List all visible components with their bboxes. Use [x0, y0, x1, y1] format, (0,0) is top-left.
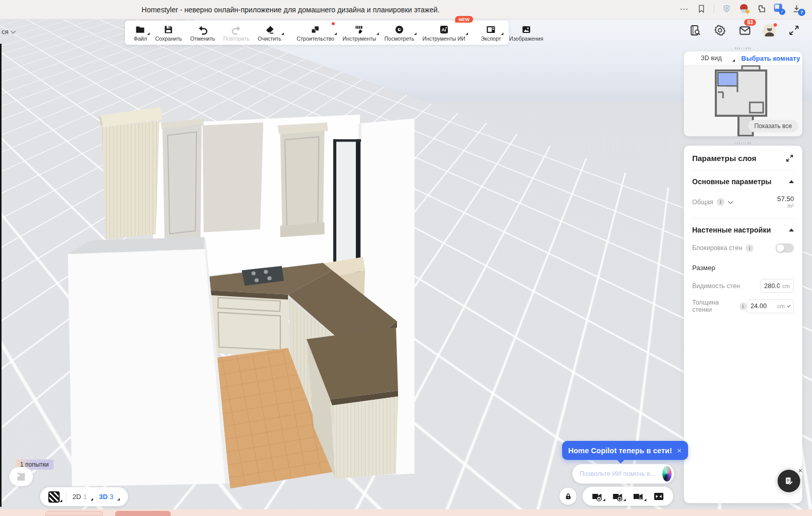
background-window-chip — [115, 511, 171, 516]
divider — [66, 491, 66, 503]
view-button[interactable]: Посмотреть — [381, 21, 418, 44]
tools-button[interactable]: Инструменты — [339, 21, 380, 44]
app-header-icons: 83 — [689, 24, 801, 37]
copilot-input[interactable] — [580, 470, 662, 477]
lock-view-button[interactable] — [560, 488, 576, 505]
size-subheading: Размер — [692, 264, 794, 272]
info-icon[interactable]: i — [746, 244, 753, 252]
wall-visibility-input[interactable] — [764, 282, 780, 290]
panel-title: Параметры слоя — [692, 154, 756, 163]
panel-drag-handle[interactable] — [735, 142, 751, 144]
messages-button[interactable]: 83 — [738, 24, 751, 37]
tools-icon — [354, 24, 365, 35]
folder-icon — [135, 24, 146, 35]
download-count-badge: 7 — [798, 9, 805, 16]
close-icon[interactable]: × — [798, 467, 802, 474]
copilot-logo-icon[interactable] — [662, 466, 672, 482]
new-badge: NEW — [455, 16, 473, 23]
file-button[interactable]: Файл — [130, 21, 151, 44]
svg-text:Ai: Ai — [441, 27, 446, 32]
collapse-icon — [789, 228, 794, 232]
floorplan-add-icon — [15, 471, 27, 483]
fullscreen-button[interactable] — [787, 24, 801, 37]
expand-panel-icon[interactable] — [785, 154, 794, 163]
wall-thickness-input[interactable] — [751, 303, 775, 310]
survey-edit-icon — [784, 476, 794, 486]
notification-dot — [332, 22, 335, 25]
clip-extension-icon[interactable] — [756, 4, 767, 14]
divider — [714, 4, 714, 14]
info-icon[interactable]: i — [739, 303, 747, 310]
view-mode-bar: 2D 1 3D 3 — [40, 487, 128, 506]
camera-path-button[interactable] — [632, 490, 644, 503]
main-toolbar: Файл Сохранить Отменить Повторить Очисти… — [125, 21, 509, 45]
browser-bar: Homestyler - неверно онлайн-приложение д… — [0, 0, 812, 20]
view-icon — [394, 24, 405, 35]
main-params-section-header[interactable]: Основные параметры — [692, 177, 794, 186]
camera-controls-bar — [583, 487, 673, 506]
total-area-row: Общая i 57.50 m² — [692, 195, 794, 209]
screen-fit-button[interactable] — [653, 490, 665, 503]
construction-button[interactable]: Строительство — [293, 21, 338, 44]
copilot-input-bar — [572, 464, 674, 484]
wall-thickness-row: Толщина стенки i cm — [692, 299, 794, 313]
account-button[interactable] — [763, 24, 776, 37]
wall-lock-toggle[interactable] — [775, 243, 794, 253]
screen-fit-icon — [653, 490, 665, 503]
building-blocks-icon — [310, 24, 321, 35]
expand-icon — [788, 24, 800, 37]
view-mode-dropdown[interactable]: 3D вид — [684, 51, 739, 65]
panel-drag-handle[interactable] — [735, 47, 751, 49]
chevron-down-icon[interactable] — [787, 304, 790, 307]
camera-add-icon — [591, 490, 603, 503]
camera-settings-button[interactable] — [611, 490, 624, 503]
show-all-button[interactable]: Показать все — [748, 120, 798, 132]
minimap-header: 3D вид Выбрать комнату — [684, 51, 802, 65]
eraser-icon — [264, 24, 275, 35]
undo-button[interactable]: Отменить — [187, 21, 219, 44]
add-floorplan-button[interactable] — [9, 467, 33, 486]
mail-icon — [738, 24, 751, 37]
bookmark-icon[interactable] — [696, 4, 707, 14]
redo-button[interactable]: Повторить — [220, 21, 253, 44]
feedback-button[interactable]: × — [778, 470, 800, 492]
more-options-icon[interactable]: ⋯ — [680, 4, 689, 14]
export-button[interactable]: Экспорт — [477, 21, 504, 44]
app-window: ся Homestyler - неверно онлайн-приложени… — [0, 0, 812, 516]
info-icon[interactable]: i — [717, 198, 725, 206]
undo-icon — [197, 24, 208, 35]
floppy-icon — [163, 24, 174, 35]
shield-extension-icon[interactable] — [721, 4, 732, 14]
wall-lock-row: Блокировка стен i — [692, 243, 794, 253]
close-icon[interactable]: × — [677, 446, 682, 455]
total-area-value: 57.50 — [777, 195, 794, 203]
divider — [692, 218, 794, 219]
ai-icon: Ai — [439, 24, 449, 35]
tooltip-pointer — [617, 460, 624, 464]
book-search-icon — [689, 24, 701, 37]
minimap-panel: 3D вид Выбрать комнату Показать все — [684, 51, 802, 136]
mascot-extension-icon[interactable] — [739, 4, 749, 14]
images-button[interactable]: Изображения — [506, 21, 547, 44]
3d-view-button[interactable]: 3D 3 — [99, 493, 120, 501]
2d-view-button[interactable]: 2D 1 — [73, 493, 93, 501]
texture-toggle-button[interactable] — [48, 491, 60, 503]
resources-button[interactable] — [689, 24, 702, 37]
translate-extension-icon[interactable]: ✓ — [774, 4, 784, 14]
downloads-icon[interactable]: 7 — [791, 4, 802, 14]
gear-icon — [714, 24, 726, 37]
ai-tools-button[interactable]: Ai NEW Инструменты ИИ — [419, 21, 468, 44]
save-button[interactable]: Сохранить — [152, 21, 186, 44]
export-icon — [485, 24, 496, 35]
settings-button[interactable] — [713, 24, 727, 37]
add-camera-button[interactable] — [591, 490, 603, 503]
clear-button[interactable]: Очистить — [254, 21, 285, 44]
chevron-down-icon[interactable] — [728, 199, 733, 204]
layer-settings-panel: Параметры слоя Основные параметры Общая … — [684, 146, 802, 503]
divider — [692, 170, 794, 170]
collapsed-panel-label[interactable]: ся — [2, 28, 15, 35]
browser-tab-title: Homestyler - неверно онлайн-приложение д… — [129, 0, 453, 20]
select-room-button[interactable]: Выбрать комнату — [739, 51, 802, 65]
minimap-floorplan[interactable]: Показать все — [684, 65, 802, 136]
wall-settings-section-header[interactable]: Настенные настройки — [692, 226, 794, 234]
